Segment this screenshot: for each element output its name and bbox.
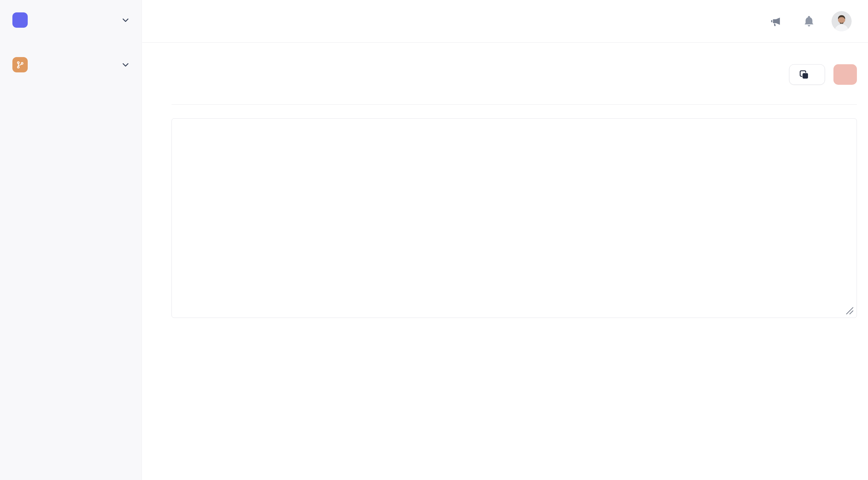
avatar-image xyxy=(832,11,852,31)
topbar xyxy=(142,0,868,43)
environment-logo xyxy=(12,57,28,72)
notifications-bell-icon[interactable] xyxy=(803,15,815,27)
environment-switcher[interactable] xyxy=(0,36,142,82)
copy-defaults-button[interactable] xyxy=(789,64,825,85)
resize-handle-icon[interactable] xyxy=(845,306,854,315)
feedback-button[interactable] xyxy=(770,16,786,27)
sidebar-bottom-nav xyxy=(0,470,142,480)
workspace-switcher[interactable] xyxy=(0,0,142,36)
chevron-down-icon xyxy=(121,15,130,25)
copy-icon xyxy=(799,70,809,80)
chevron-down-icon xyxy=(121,60,130,70)
json-code-editor[interactable] xyxy=(172,118,857,318)
workspace-logo xyxy=(12,12,28,28)
section-divider xyxy=(172,104,857,105)
megaphone-icon xyxy=(770,16,781,27)
user-avatar[interactable] xyxy=(832,11,852,31)
sidebar xyxy=(0,0,142,480)
main-area xyxy=(142,0,868,480)
page-content xyxy=(142,64,857,318)
git-branch-icon xyxy=(16,60,25,69)
save-defaults-button[interactable] xyxy=(833,64,857,85)
